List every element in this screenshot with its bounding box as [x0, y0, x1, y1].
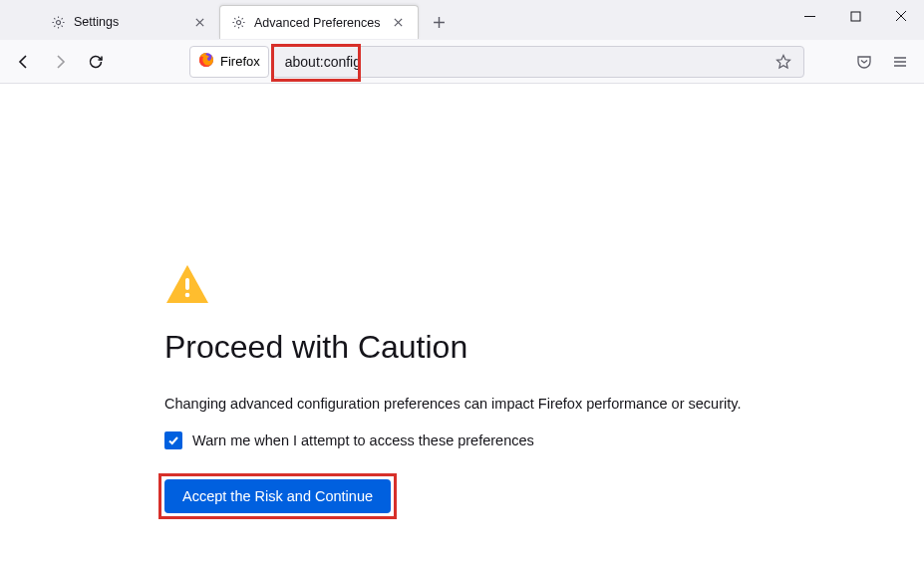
warning-icon: [164, 263, 758, 309]
tab-advanced-preferences[interactable]: Advanced Preferences: [219, 5, 419, 39]
bookmark-button[interactable]: [771, 50, 795, 74]
gear-icon: [230, 15, 246, 31]
page-description: Changing advanced configuration preferen…: [164, 396, 758, 412]
forward-button[interactable]: [44, 46, 76, 78]
svg-point-0: [56, 20, 60, 24]
back-button[interactable]: [8, 46, 40, 78]
window-controls: [786, 0, 924, 40]
tabs-container: Settings Advanced Preferences: [40, 4, 453, 40]
warn-checkbox[interactable]: [164, 431, 182, 449]
checkbox-label: Warn me when I attempt to access these p…: [192, 432, 534, 448]
url-bar[interactable]: about:config: [272, 46, 804, 78]
firefox-logo-icon: [198, 52, 214, 71]
close-window-button[interactable]: [878, 0, 924, 32]
url-text: about:config: [281, 54, 771, 70]
close-tab-button[interactable]: [189, 12, 209, 32]
new-tab-button[interactable]: [425, 8, 453, 36]
page-heading: Proceed with Caution: [164, 329, 758, 366]
tab-settings[interactable]: Settings: [40, 5, 219, 39]
pocket-button[interactable]: [848, 46, 880, 78]
tab-label: Settings: [74, 15, 181, 29]
title-bar: Settings Advanced Preferences: [0, 0, 924, 40]
svg-point-1: [236, 20, 240, 24]
navigation-toolbar: Firefox about:config: [0, 40, 924, 84]
url-bar-container: about:config: [272, 46, 804, 78]
reload-button[interactable]: [80, 46, 112, 78]
warn-checkbox-row: Warn me when I attempt to access these p…: [164, 431, 758, 449]
maximize-button[interactable]: [832, 0, 878, 32]
svg-point-5: [185, 293, 190, 298]
gear-icon: [50, 14, 66, 30]
identity-label: Firefox: [220, 54, 260, 69]
svg-rect-2: [851, 12, 860, 21]
close-tab-button[interactable]: [388, 13, 408, 33]
tab-label: Advanced Preferences: [254, 16, 380, 30]
svg-rect-4: [185, 278, 189, 290]
menu-button[interactable]: [884, 46, 916, 78]
page-content: Proceed with Caution Changing advanced c…: [0, 84, 758, 513]
accept-risk-button[interactable]: Accept the Risk and Continue: [164, 479, 391, 513]
identity-box[interactable]: Firefox: [189, 46, 269, 78]
minimize-button[interactable]: [786, 0, 832, 32]
toolbar-right: [848, 46, 916, 78]
